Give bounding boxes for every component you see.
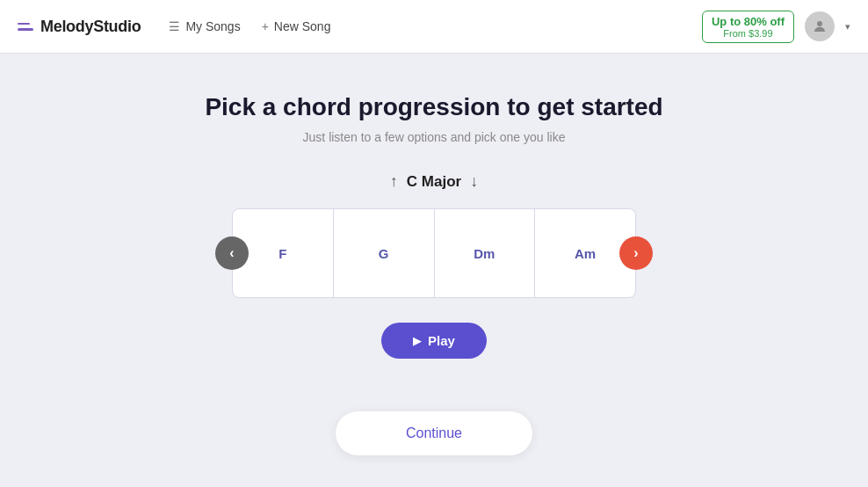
- user-chevron-icon[interactable]: ▾: [845, 21, 850, 33]
- chord-cell-2[interactable]: G: [334, 209, 435, 297]
- svg-point-0: [817, 21, 822, 26]
- plus-icon: +: [262, 19, 269, 33]
- chord-grid: F G Dm Am: [232, 208, 636, 298]
- promo-sub-text: From $3.99: [712, 28, 785, 39]
- header-right: Up to 80% off From $3.99 ▾: [702, 11, 850, 43]
- nav-area: ☰ My Songs + New Song: [169, 19, 330, 33]
- key-down-arrow[interactable]: ↓: [470, 172, 478, 191]
- chord-container: ‹ F G Dm Am ›: [232, 208, 636, 298]
- key-label: C Major: [407, 173, 461, 191]
- key-up-arrow[interactable]: ↑: [390, 172, 398, 191]
- page-title: Pick a chord progression to get started: [205, 93, 662, 121]
- chord-name-1: F: [278, 246, 286, 261]
- chord-cell-3[interactable]: Dm: [435, 209, 536, 297]
- play-icon: ▶: [413, 335, 421, 347]
- my-songs-nav[interactable]: ☰ My Songs: [169, 19, 240, 33]
- logo-icon[interactable]: [18, 23, 33, 31]
- promo-badge[interactable]: Up to 80% off From $3.99: [702, 11, 794, 43]
- chord-name-2: G: [379, 246, 389, 261]
- next-chord-button[interactable]: ›: [619, 236, 653, 270]
- logo-text: MelodyStudio: [40, 18, 141, 36]
- continue-button[interactable]: Continue: [336, 411, 532, 455]
- promo-main-text: Up to 80% off: [712, 15, 785, 28]
- prev-chord-button[interactable]: ‹: [215, 236, 249, 270]
- continue-label: Continue: [406, 425, 462, 440]
- header: MelodyStudio ☰ My Songs + New Song Up to…: [0, 0, 868, 54]
- play-button[interactable]: ▶ Play: [381, 323, 487, 359]
- play-label: Play: [428, 333, 455, 348]
- user-avatar[interactable]: [805, 11, 835, 41]
- key-selector: ↑ C Major ↓: [390, 172, 478, 191]
- page-subtitle: Just listen to a few options and pick on…: [303, 130, 566, 144]
- list-icon: ☰: [169, 19, 180, 33]
- logo-area: MelodyStudio: [18, 18, 141, 36]
- new-song-label: New Song: [274, 19, 331, 33]
- my-songs-label: My Songs: [185, 19, 240, 33]
- chord-name-4: Am: [575, 246, 596, 261]
- chord-name-3: Dm: [474, 246, 495, 261]
- new-song-nav[interactable]: + New Song: [262, 19, 331, 33]
- main-content: Pick a chord progression to get started …: [0, 54, 868, 455]
